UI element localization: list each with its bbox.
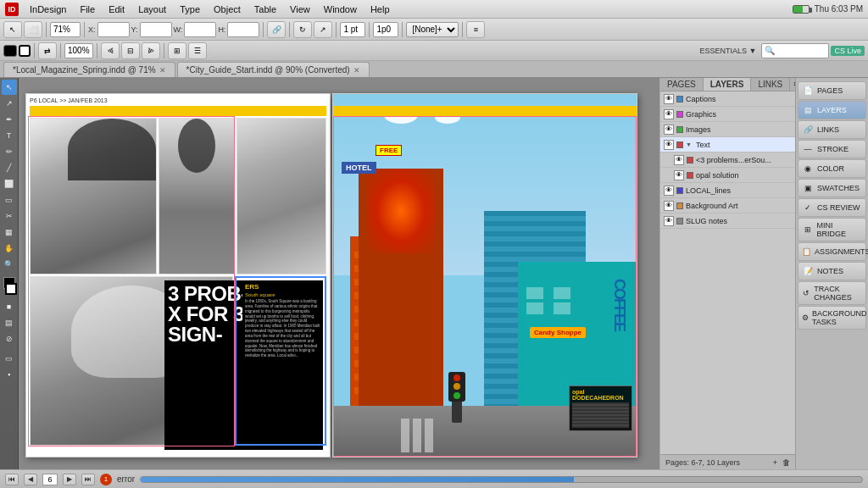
strip-bgtasks-btn[interactable]: ⚙ BACKGROUND TASKS — [798, 306, 866, 330]
scale-btn[interactable]: ↗ — [314, 21, 332, 38]
layer-subitem-opal[interactable]: 👁 opal solution — [660, 168, 795, 183]
w-value-input[interactable] — [184, 22, 216, 37]
frame-tool[interactable]: ⬜ — [2, 176, 17, 191]
apply-gradient-btn[interactable]: ▤ — [2, 315, 17, 330]
last-page-btn[interactable]: ⏭ — [81, 474, 95, 485]
pen-tool[interactable]: ✒ — [2, 112, 17, 127]
delete-layer-btn[interactable]: 🗑 — [782, 458, 790, 467]
tab-pages[interactable]: PAGES — [660, 78, 704, 91]
layer-vis-slug[interactable]: 👁 — [664, 216, 674, 226]
stroke-input[interactable] — [373, 22, 398, 37]
menu-window[interactable]: Window — [318, 3, 363, 16]
menu-edit[interactable]: Edit — [103, 3, 131, 16]
type-tool[interactable]: T — [2, 128, 17, 143]
align-center-btn[interactable]: ⊟ — [121, 42, 140, 59]
h-value-input[interactable] — [227, 22, 259, 37]
scissors-tool[interactable]: ✂ — [2, 208, 17, 224]
layer-vis-text[interactable]: 👁 — [664, 140, 674, 150]
photo-2[interactable] — [159, 118, 235, 274]
stroke-swatch[interactable] — [19, 45, 31, 57]
strip-csreview-btn[interactable]: ✓ CS REVIEW — [798, 198, 866, 217]
opacity-input[interactable] — [64, 43, 93, 58]
chain-btn[interactable]: 🔗 — [267, 21, 286, 38]
layer-vis-locallines[interactable]: 👁 — [664, 186, 674, 196]
swap-btn[interactable]: ⇄ — [38, 42, 57, 59]
search-input[interactable] — [761, 43, 829, 58]
align-left-btn[interactable]: ⫷ — [101, 42, 120, 59]
prev-page-btn[interactable]: ◀ — [24, 474, 37, 485]
transform-btn[interactable]: ⬜ — [24, 21, 42, 38]
strip-color-btn[interactable]: ◉ COLOR — [798, 159, 866, 178]
style-dropdown[interactable]: [None]+ — [406, 22, 459, 37]
align-right-btn[interactable]: ⫸ — [142, 42, 160, 59]
menu-table[interactable]: Table — [248, 3, 282, 16]
layer-slug-notes[interactable]: 👁 SLUG notes — [660, 214, 795, 229]
extra-btn1[interactable]: ≡ — [466, 21, 485, 38]
strip-trackchanges-btn[interactable]: ↺ TRACK CHANGES — [798, 281, 866, 305]
menu-help[interactable]: Help — [364, 3, 396, 16]
apply-color-btn[interactable]: ■ — [2, 299, 17, 314]
canvas-area[interactable]: P6 LOCAL >> JAN/FEB 2013 — [19, 78, 659, 469]
layer-graphics[interactable]: 👁 Graphics — [660, 107, 795, 122]
zoom-tool[interactable]: 🔍 — [2, 257, 17, 272]
strip-minibridge-btn[interactable]: ⊞ MINI BRIDGE — [798, 218, 866, 241]
select-tool-btn[interactable]: ↖ — [3, 21, 22, 38]
strip-assignments-btn[interactable]: 📋 ASSIGNMENTS — [798, 242, 866, 261]
strip-links-btn[interactable]: 🔗 LINKS — [798, 120, 866, 139]
layer-vis-graphics[interactable]: 👁 — [664, 109, 674, 119]
menu-type[interactable]: Type — [174, 3, 206, 16]
strip-pages-btn[interactable]: 📄 PAGES — [798, 81, 866, 100]
doc-tab-2[interactable]: *City_Guide_Start.indd @ 90% (Converted)… — [177, 62, 370, 77]
hand-tool[interactable]: ✋ — [2, 241, 17, 256]
layer-vis-bgart[interactable]: 👁 — [664, 201, 674, 211]
error-badge[interactable]: 1 — [100, 474, 112, 485]
selection-tool[interactable]: ↖ — [2, 80, 17, 95]
strip-layers-btn[interactable]: ▤ LAYERS — [798, 101, 866, 119]
x-value-input[interactable]: 29p9 — [97, 22, 130, 37]
tab-links[interactable]: LINKS — [751, 78, 790, 91]
layer-local-lines[interactable]: 👁 LOCAL_lines — [660, 183, 795, 198]
next-page-btn[interactable]: ▶ — [63, 474, 76, 485]
layer-vis-images[interactable]: 👁 — [664, 125, 674, 135]
rotate-btn[interactable]: ↻ — [293, 21, 312, 38]
page-number-input[interactable] — [42, 474, 58, 485]
photo-3[interactable] — [236, 118, 326, 274]
first-page-btn[interactable]: ⏮ — [5, 474, 19, 485]
menu-indesign[interactable]: InDesign — [24, 3, 72, 16]
fill-btn[interactable] — [3, 45, 17, 57]
strip-notes-btn[interactable]: 📝 NOTES — [798, 262, 866, 280]
photo-1[interactable] — [30, 118, 157, 274]
close-tab-1-icon[interactable]: ✕ — [159, 66, 166, 75]
normal-view-btn[interactable]: ▭ — [2, 351, 17, 366]
rect-tool[interactable]: ▭ — [2, 192, 17, 208]
list-btn[interactable]: ☰ — [188, 42, 207, 59]
layer-background-art[interactable]: 👁 Background Art — [660, 198, 795, 214]
grid-btn[interactable]: ⊞ — [168, 42, 186, 59]
preview-btn[interactable]: ▪ — [2, 367, 17, 382]
menu-object[interactable]: Object — [208, 3, 247, 16]
stroke-color[interactable] — [5, 283, 17, 295]
menu-layout[interactable]: Layout — [132, 3, 172, 16]
layer-vis-opal[interactable]: 👁 — [674, 170, 684, 180]
gradient-tool[interactable]: ▦ — [2, 225, 17, 240]
pencil-tool[interactable]: ✏ — [2, 144, 17, 159]
menu-view[interactable]: View — [284, 3, 316, 16]
layer-vis-problems[interactable]: 👁 — [674, 155, 684, 165]
close-tab-2-icon[interactable]: ✕ — [353, 66, 360, 75]
text-layer-expand-icon[interactable]: ▼ — [686, 141, 692, 147]
spread-left-page[interactable]: P6 LOCAL >> JAN/FEB 2013 — [25, 93, 331, 458]
pt-input[interactable] — [340, 22, 365, 37]
tab-layers[interactable]: LAYERS — [704, 78, 752, 91]
line-tool[interactable]: ╱ — [2, 160, 17, 175]
layer-text[interactable]: 👁 ▼ Text — [660, 137, 795, 152]
y-value-input[interactable]: 40p4.9 — [140, 22, 172, 37]
zoom-input[interactable] — [50, 22, 81, 37]
doc-tab-1[interactable]: *Local_Magazine_Spring.indd @ 71% ✕ — [3, 62, 175, 77]
strip-stroke-btn[interactable]: — STROKE — [798, 140, 866, 158]
layer-subitem-problems[interactable]: 👁 <3 problems...erSou... — [660, 152, 795, 168]
strip-swatches-btn[interactable]: ▣ SWATCHES — [798, 179, 866, 197]
spread-right-page[interactable]: HOTEL COFFEE — [332, 93, 637, 458]
none-btn[interactable]: ⊘ — [2, 331, 17, 347]
layer-images[interactable]: 👁 Images — [660, 122, 795, 137]
menu-file[interactable]: File — [74, 3, 101, 16]
